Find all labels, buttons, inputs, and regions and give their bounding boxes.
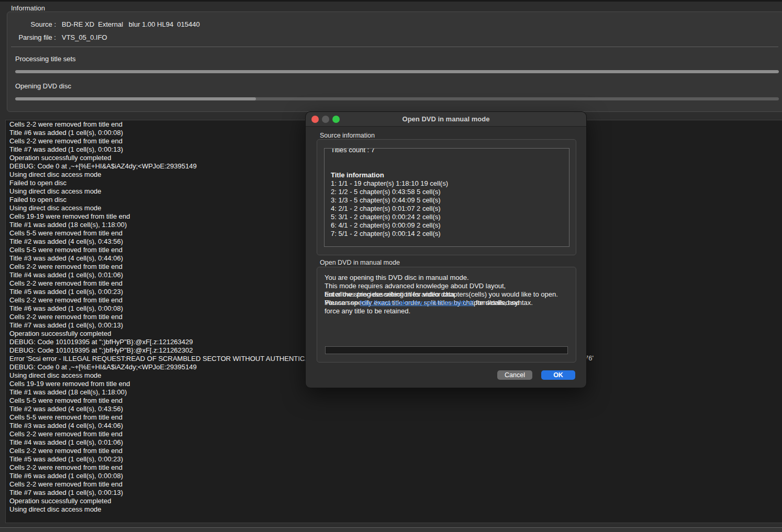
log-line: Cells 2-2 were removed from title end [6, 447, 782, 455]
window-top-edge [0, 0, 782, 2]
log-line: Title #6 was added (1 cell(s), 0:00:08) [6, 472, 782, 480]
log-line: Cells 5-5 were removed from title end [6, 397, 782, 405]
parsing-file-value: VTS_05_0.IFO [62, 33, 107, 41]
please-see-line: Please see http://www.makemkv.com/manual… [325, 299, 571, 307]
source-value: BD-RE XD External blur 1.00 HL94 015440 [62, 20, 200, 28]
log-line: Title #5 was added (1 cell(s), 0:00:23) [6, 455, 782, 463]
title-info-row: 5: 3/1 - 2 chapter(s) 0:00:24 2 cell(s) [331, 213, 569, 221]
opening-progress-bar [15, 97, 779, 100]
dialog-title: Open DVD in manual mode [306, 115, 586, 123]
info-divider [11, 47, 778, 47]
title-info-row: 4: 2/1 - 2 chapter(s) 0:01:07 2 cell(s) [331, 205, 569, 213]
log-line: Using direct disc access mode [6, 505, 782, 514]
manual-mode-description: You are opening this DVD disc in manual … [325, 274, 571, 307]
manual-mode-group-box: You are opening this DVD disc in manual … [317, 267, 576, 363]
title-info-row: 3: 1/3 - 5 chapter(s) 0:44:09 5 cell(s) [331, 196, 569, 205]
source-information-group-label: Source information [320, 132, 375, 139]
cancel-button[interactable]: Cancel [497, 370, 532, 380]
log-line: Title #3 was added (4 cell(s), 0:44:06) [6, 422, 782, 430]
opening-dvd-disc-label: Opening DVD disc [15, 82, 71, 90]
ok-button[interactable]: OK [541, 370, 575, 380]
please-see-suffix: for detailed syntax. [474, 299, 533, 307]
title-information-list: 1: 1/1 - 19 chapter(s) 1:18:10 19 cell(s… [331, 179, 569, 188]
title-information-header: Title information [331, 171, 569, 179]
title-info-row: 7: 5/1 - 2 chapter(s) 0:00:14 2 cell(s) [331, 230, 569, 238]
manual-mode-description-lines: You are opening this DVD disc in manual … [325, 274, 571, 282]
blank-line [331, 163, 569, 171]
processing-progress-bar [15, 70, 779, 73]
log-line: Title #2 was added (4 cell(s), 0:43:56) [6, 405, 782, 413]
log-line: Cells 2-2 were removed from title end [6, 480, 782, 489]
blank-line [331, 154, 569, 163]
description-line: force any title to be retained. [325, 307, 571, 315]
description-line: You are opening this DVD disc in manual … [325, 274, 571, 282]
titles-count-line: Titles count : 7 [331, 148, 569, 154]
log-line: Title #4 was added (1 cell(s), 0:01:06) [6, 438, 782, 447]
info-panel: Source : BD-RE XD External blur 1.00 HL9… [7, 12, 782, 112]
parsing-file-label: Parsing file : [15, 33, 56, 41]
opening-progress-fill [15, 97, 256, 100]
processing-progress-fill [15, 70, 779, 73]
processing-title-sets-label: Processing title sets [15, 55, 76, 63]
log-line: Operation successfully completed [6, 497, 782, 505]
please-see-prefix: Please see [325, 299, 360, 307]
log-line: Cells 2-2 were removed from title end [6, 430, 782, 438]
info-panel-title: Information [11, 4, 45, 12]
log-line: Cells 2-2 were removed from title end [6, 463, 782, 472]
title-info-row: 6: 4/1 - 2 chapter(s) 0:00:09 2 cell(s) [331, 221, 569, 230]
log-line: Cells 5-5 were removed from title end [6, 413, 782, 422]
source-information-group-box: Titles count : 7 Title information 1: 1/… [317, 139, 576, 255]
enter-string-line: Enter the string describing titles and/o… [325, 290, 571, 299]
title-information-content: Titles count : 7 Title information 1: 1/… [325, 148, 569, 188]
log-line: Title #7 was added (1 cell(s), 0:00:13) [6, 489, 782, 497]
title-information-textview[interactable]: Titles count : 7 Title information 1: 1/… [324, 148, 569, 247]
log-line: Title #1 was added (18 cell(s), 1:18:00) [6, 388, 782, 397]
title-info-row: 1: 1/1 - 19 chapter(s) 1:18:10 19 cell(s… [331, 179, 569, 188]
open-dvd-manual-mode-dialog: Open DVD in manual mode Source informati… [305, 111, 587, 388]
window-bottom-statusbar [0, 527, 782, 532]
source-label: Source : [15, 20, 56, 28]
dialog-titlebar[interactable]: Open DVD in manual mode [306, 112, 586, 127]
manualdvd-link[interactable]: http://www.makemkv.com/manualdvd/ [360, 299, 474, 307]
manual-selection-string-input[interactable] [325, 346, 568, 354]
manual-mode-group-label: Open DVD in manual mode [320, 259, 400, 266]
title-info-row: 2: 1/2 - 5 chapter(s) 0:43:58 5 cell(s) [331, 188, 569, 196]
